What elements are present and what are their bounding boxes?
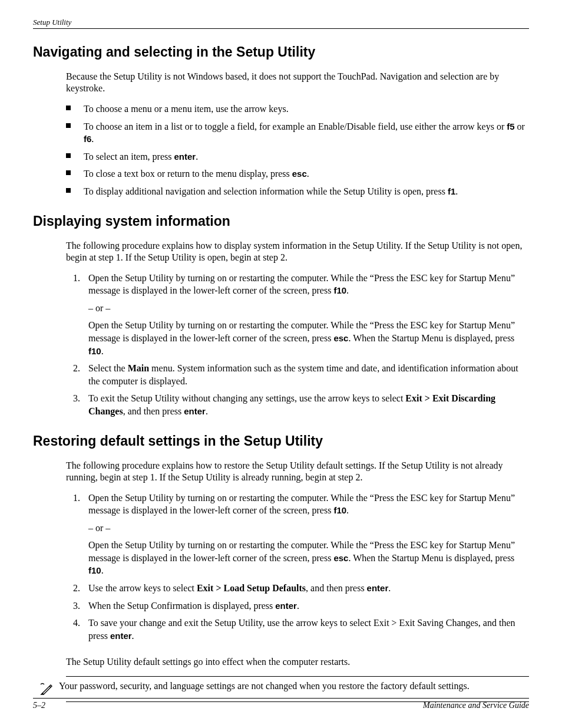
nav-bullet-list: To choose a menu or a menu item, use the…: [66, 103, 529, 198]
nav-bullet-3: To select an item, press enter.: [66, 150, 529, 163]
sys-step-1: Open the Setup Utility by turning on or …: [75, 272, 529, 358]
footer-guide-name: Maintenance and Service Guide: [423, 701, 529, 710]
header-rule: [33, 28, 529, 29]
restore-step-2: Use the arrow keys to select Exit > Load…: [75, 582, 529, 595]
nav-intro: Because the Setup Utility is not Windows…: [66, 71, 529, 94]
heading-system-info: Displaying system information: [33, 213, 529, 229]
restore-step-1: Open the Setup Utility by turning on or …: [75, 492, 529, 578]
sys-ordered-list: Open the Setup Utility by turning on or …: [75, 272, 529, 418]
restore-step-3: When the Setup Confirmation is displayed…: [75, 599, 529, 612]
page-footer: 5–2 Maintenance and Service Guide: [33, 698, 529, 710]
heading-restore: Restoring default settings in the Setup …: [33, 433, 529, 449]
or-divider: – or –: [88, 302, 529, 315]
restore-ordered-list: Open the Setup Utility by turning on or …: [75, 492, 529, 643]
or-divider: – or –: [88, 522, 529, 535]
nav-bullet-5: To display additional navigation and sel…: [66, 185, 529, 198]
note-text: Your password, security, and language se…: [59, 679, 529, 693]
sys-intro: The following procedure explains how to …: [66, 240, 529, 263]
running-header: Setup Utility: [33, 18, 529, 27]
restore-step-4: To save your change and exit the Setup U…: [75, 617, 529, 642]
restore-intro: The following procedure explains how to …: [66, 460, 529, 483]
nav-bullet-1: To choose a menu or a menu item, use the…: [66, 103, 529, 116]
footer-page-number: 5–2: [33, 701, 45, 710]
sys-step-2: Select the Main menu. System information…: [75, 362, 529, 387]
nav-bullet-4: To close a text box or return to the men…: [66, 167, 529, 180]
sys-step-3: To exit the Setup Utility without changi…: [75, 392, 529, 417]
heading-navigating: Navigating and selecting in the Setup Ut…: [33, 44, 529, 60]
restore-conclusion: The Setup Utility default settings go in…: [66, 656, 529, 668]
note-pencil-icon: [39, 679, 59, 697]
nav-bullet-2: To choose an item in a list or to toggle…: [66, 120, 529, 146]
